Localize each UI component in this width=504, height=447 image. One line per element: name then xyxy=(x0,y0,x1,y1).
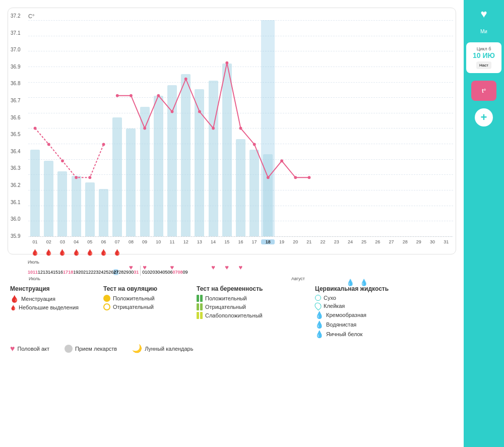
bar-7 xyxy=(110,20,124,236)
bottom-legend-sex: ♥ Половой акт xyxy=(10,344,49,353)
sex-icon: ♥ xyxy=(10,344,15,353)
bottom-legend-meds: Прием лекарств xyxy=(65,344,117,353)
legend-ovulation: Тест на овуляцию Положительный Отрицател… xyxy=(103,285,194,340)
temperature-button[interactable]: t° xyxy=(471,81,496,101)
bar-31 xyxy=(439,20,453,236)
menstruation-row: 🩸 🩸 🩸 🩸 🩸 🩸 🩸 xyxy=(28,246,453,259)
legend-menstruation: Менструация 🩸 Менструация 🩸 Небольшие вы… xyxy=(10,285,101,340)
meds-icon xyxy=(65,345,73,353)
bar-28 xyxy=(398,20,412,236)
bar-16 xyxy=(234,20,247,236)
watery-icon: 💧 xyxy=(315,321,324,329)
positive-pregnancy-icon xyxy=(197,295,203,302)
egg-white-icon: 💧 xyxy=(315,330,324,338)
bar-4 xyxy=(70,20,83,236)
legend-item-negative-pregnancy: Отрицательный xyxy=(197,303,312,310)
bar-6 xyxy=(97,20,110,236)
sidebar-cycle-info: Цикл б 10 ИЮ Наст xyxy=(466,42,501,73)
sidebar-heart-icon: ♥ xyxy=(480,8,487,21)
bar-15 xyxy=(220,20,234,236)
sidebar-app-label: Ми xyxy=(480,28,487,35)
legend-item-dry: Сухо xyxy=(315,295,436,301)
bar-10 xyxy=(152,20,165,236)
bar-25 xyxy=(357,20,371,236)
celsius-label: C° xyxy=(28,13,453,19)
chart-container: C° 37.2 37.1 37.0 36.9 36.8 36.7 36.6 36… xyxy=(8,8,456,254)
y-axis: 37.2 37.1 37.0 36.9 36.8 36.7 36.6 36.5 … xyxy=(11,13,20,239)
sex-label: Половой акт xyxy=(18,346,50,352)
legend-item-weakpos-pregnancy: Слабоположительный xyxy=(197,312,312,319)
cycle-label: Цикл б xyxy=(470,46,497,51)
bar-24 xyxy=(343,20,357,236)
bar-2 xyxy=(42,20,55,236)
bottom-legend-moon: 🌙 Лунный календарь xyxy=(132,344,193,353)
bar-30 xyxy=(425,20,439,236)
chart-area xyxy=(28,20,453,237)
bar-14 xyxy=(206,20,220,236)
legend-pregnancy: Тест на беременность Положительный Отриц… xyxy=(197,285,312,340)
negative-ovulation-icon xyxy=(103,303,110,310)
settings-button[interactable]: Наст xyxy=(476,61,491,69)
bar-29 xyxy=(412,20,425,236)
cycle-date: 10 ИЮ xyxy=(470,51,497,59)
legend-item-positive-ovulation: Положительный xyxy=(103,295,194,302)
weakpos-pregnancy-icon xyxy=(197,312,203,319)
bar-22 xyxy=(316,20,330,236)
sticky-icon xyxy=(313,301,323,310)
legend-item-sticky: Клейкая xyxy=(315,302,436,309)
moon-icon: 🌙 xyxy=(132,344,142,353)
bars-container xyxy=(28,20,453,236)
positive-ovulation-icon xyxy=(103,295,110,302)
bar-21 xyxy=(302,20,316,236)
legend-item-positive-pregnancy: Положительный xyxy=(197,295,312,302)
bar-3 xyxy=(55,20,69,236)
x-axis: 01 02 03 04 05 06 07 08 09 10 11 12 13 1… xyxy=(28,239,453,244)
sidebar: ♥ Ми Цикл б 10 ИЮ Наст t° + xyxy=(464,0,504,447)
legend-item-egg-white: 💧 Яичный белок xyxy=(315,330,436,338)
legend-item-menstruation: 🩸 Менструация xyxy=(10,295,101,303)
bar-26 xyxy=(371,20,385,236)
legend-item-watery: 💧 Водянистая xyxy=(315,321,436,329)
bar-12 xyxy=(179,20,193,236)
bar-23 xyxy=(330,20,343,236)
legend-area: Менструация 🩸 Менструация 🩸 Небольшие вы… xyxy=(10,285,456,340)
bar-20 xyxy=(289,20,302,236)
small-discharge-icon: 🩸 xyxy=(10,305,16,310)
bottom-legend: ♥ Половой акт Прием лекарств 🌙 Лунный ка… xyxy=(10,344,456,353)
legend-item-small-discharge: 🩸 Небольшие выделения xyxy=(10,304,101,310)
hearts-row: ♥ ♥ ♥ ♥ ♥ ♥ xyxy=(28,261,453,274)
main-content: C° 37.2 37.1 37.0 36.9 36.8 36.7 36.6 36… xyxy=(0,0,464,447)
bar-18 xyxy=(261,20,275,236)
bar-13 xyxy=(193,20,206,236)
bar-27 xyxy=(385,20,398,236)
add-button[interactable]: + xyxy=(475,108,493,126)
bar-19 xyxy=(275,20,288,236)
legend-item-negative-ovulation: Отрицательный xyxy=(103,303,194,310)
dry-icon xyxy=(315,295,321,301)
bar-1 xyxy=(28,20,42,236)
negative-pregnancy-icon xyxy=(197,303,203,310)
bar-9 xyxy=(138,20,152,236)
legend-cervical: Цервикальная жидкость Сухо Клейкая 💧 Кре… xyxy=(315,285,436,340)
creamy-icon: 💧 xyxy=(315,311,324,319)
bar-5 xyxy=(83,20,97,236)
bar-11 xyxy=(165,20,179,236)
drops-row: 💧 💧 xyxy=(28,276,453,289)
menstruation-icon: 🩸 xyxy=(10,295,19,303)
bar-17 xyxy=(247,20,261,236)
meds-label: Прием лекарств xyxy=(75,346,117,352)
legend-item-creamy: 💧 Кремообразная xyxy=(315,311,436,319)
bar-8 xyxy=(124,20,138,236)
moon-label: Лунный календарь xyxy=(145,346,193,352)
